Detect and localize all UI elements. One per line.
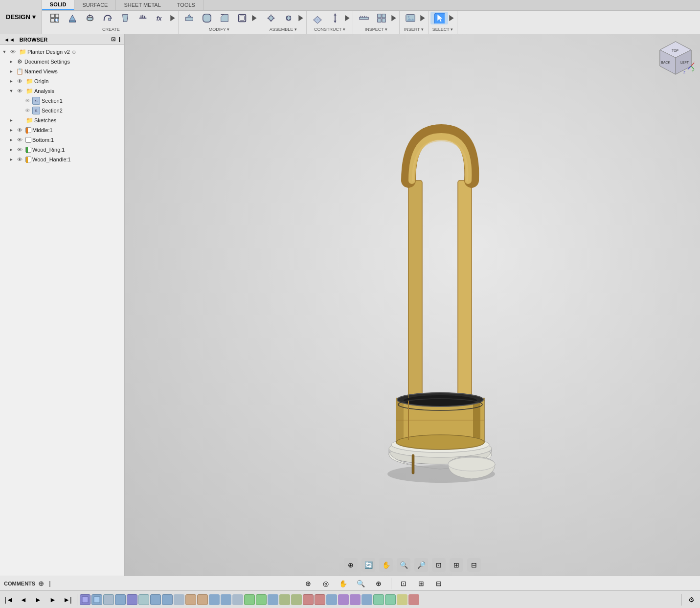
inspect2-btn[interactable]: [373, 12, 390, 24]
rib-btn[interactable]: [134, 12, 152, 24]
timeline-item[interactable]: [326, 594, 337, 605]
orbit-btn[interactable]: 🔄: [361, 558, 375, 572]
tree-root[interactable]: ▼ 👁 📁 Planter Design v2 ⊙: [0, 47, 124, 57]
select-tool-btn[interactable]: [430, 12, 448, 24]
timeline-item[interactable]: [127, 594, 137, 605]
pan-status-btn[interactable]: ✋: [337, 577, 350, 590]
tree-item-sketches[interactable]: ► 📁 Sketches: [0, 115, 124, 125]
timeline-item[interactable]: [408, 594, 419, 605]
browser-options-btn[interactable]: ⊡: [111, 36, 115, 42]
section2-eye-icon[interactable]: 👁: [23, 107, 31, 114]
timeline-item[interactable]: [115, 594, 126, 605]
timeline-item[interactable]: [256, 594, 267, 605]
timeline-item[interactable]: [244, 594, 255, 605]
timeline-settings-btn[interactable]: ⚙: [684, 593, 698, 607]
display-mode-status-btn[interactable]: ⊡: [397, 577, 410, 590]
design-button[interactable]: DESIGN ▾: [0, 0, 42, 34]
tab-sheet-metal[interactable]: SHEET METAL: [116, 0, 169, 10]
viewport[interactable]: TOP BACK LEFT X Y Z ⊕ 🔄 ✋ 🔍 🔎 ⊡ ⊞ ⊟: [125, 34, 700, 576]
view-settings-btn[interactable]: ⊟: [467, 558, 481, 572]
root-eye-icon[interactable]: 👁: [9, 48, 17, 56]
chamfer-btn[interactable]: [216, 12, 233, 24]
tab-solid[interactable]: SOLID: [42, 0, 75, 10]
timeline-item[interactable]: [80, 594, 90, 605]
tree-item-section1[interactable]: 👁 S Section1: [0, 96, 124, 106]
camera-btn[interactable]: ◎: [319, 577, 333, 590]
timeline-item[interactable]: [315, 594, 325, 605]
timeline-item[interactable]: [338, 594, 349, 605]
timeline-last-btn[interactable]: ►|: [61, 593, 74, 607]
timeline-item[interactable]: [91, 594, 102, 605]
wood-handle1-eye-icon[interactable]: 👁: [16, 156, 23, 163]
revolve-btn[interactable]: [81, 12, 99, 24]
tree-item-named-views[interactable]: ► 📋 Named Views: [0, 67, 124, 76]
bottom1-eye-icon[interactable]: 👁: [16, 136, 23, 144]
grid-status-btn[interactable]: ⊞: [414, 577, 428, 590]
extrude-btn[interactable]: [64, 12, 81, 24]
middle1-eye-icon[interactable]: 👁: [16, 126, 23, 134]
timeline-item[interactable]: [174, 594, 184, 605]
analysis-eye-icon[interactable]: 👁: [16, 87, 23, 95]
timeline-play-btn[interactable]: ►: [31, 593, 45, 607]
measure-btn[interactable]: [355, 12, 373, 24]
grid-btn[interactable]: ⊞: [450, 558, 463, 572]
timeline-item[interactable]: [350, 594, 361, 605]
fillet-btn[interactable]: [198, 12, 216, 24]
timeline-item[interactable]: [373, 594, 384, 605]
tree-item-section2[interactable]: 👁 S Section2: [0, 106, 124, 115]
sketches-eye-icon[interactable]: [16, 116, 23, 124]
timeline-next-btn[interactable]: ►: [46, 593, 60, 607]
wood-ring1-eye-icon[interactable]: 👁: [16, 146, 23, 154]
tree-item-middle1[interactable]: ► 👁 Middle:1: [0, 125, 124, 135]
timeline-item[interactable]: [361, 594, 372, 605]
zoom-btn[interactable]: 🔍: [397, 558, 410, 572]
joint-btn[interactable]: [262, 12, 280, 24]
insert-img-btn[interactable]: [402, 12, 419, 24]
fit-view-btn[interactable]: ⊕: [344, 558, 358, 572]
timeline-item[interactable]: [103, 594, 114, 605]
tree-item-origin[interactable]: ► 👁 📁 Origin: [0, 76, 124, 86]
inspect-more-btn[interactable]: [390, 13, 397, 23]
shell-btn[interactable]: [233, 12, 251, 24]
select-more-btn[interactable]: [448, 13, 455, 23]
view-cube-btn[interactable]: ⊟: [432, 577, 446, 590]
joint2-btn[interactable]: [280, 12, 297, 24]
loft-btn[interactable]: [116, 12, 134, 24]
root-options[interactable]: ⊙: [72, 49, 76, 55]
timeline-item[interactable]: [397, 594, 407, 605]
modify-more-btn[interactable]: [251, 13, 258, 23]
pan-btn[interactable]: ✋: [379, 558, 393, 572]
sweep-btn[interactable]: [99, 12, 116, 24]
timeline-item[interactable]: [232, 594, 243, 605]
more-zoom-btn[interactable]: ⊕: [372, 577, 385, 590]
zoom-status-btn[interactable]: 🔍: [354, 577, 368, 590]
comments-add-btn[interactable]: ⊕: [38, 580, 44, 587]
insert-more-btn[interactable]: [419, 13, 426, 23]
timeline-item[interactable]: [303, 594, 314, 605]
tree-item-wood-handle1[interactable]: ► 👁 Wood_Handle:1: [0, 155, 124, 164]
fit-all-btn[interactable]: ⊕: [301, 577, 315, 590]
timeline-item[interactable]: [150, 594, 161, 605]
browser-pin-btn[interactable]: |: [119, 36, 120, 42]
timeline-item[interactable]: [385, 594, 396, 605]
plane-btn[interactable]: [309, 12, 326, 24]
tree-item-doc-settings[interactable]: ► ⚙ Document Settings: [0, 57, 124, 67]
tree-item-wood-ring1[interactable]: ► 👁 Wood_Ring:1: [0, 145, 124, 155]
section1-eye-icon[interactable]: 👁: [23, 97, 31, 105]
tab-surface[interactable]: SURFACE: [74, 0, 116, 10]
construct-more-btn[interactable]: [344, 13, 351, 23]
timeline-item[interactable]: [209, 594, 220, 605]
timeline-item[interactable]: [221, 594, 231, 605]
timeline-item[interactable]: [138, 594, 149, 605]
timeline-item[interactable]: [268, 594, 278, 605]
tree-item-bottom1[interactable]: ► 👁 Bottom:1: [0, 135, 124, 145]
create-more-btn[interactable]: [169, 13, 176, 23]
timeline-item[interactable]: [279, 594, 290, 605]
tab-tools[interactable]: TOOLS: [169, 0, 203, 10]
nav-cube[interactable]: TOP BACK LEFT X Y Z: [656, 39, 695, 78]
assemble-more-btn[interactable]: [297, 13, 304, 23]
axis-btn[interactable]: [326, 12, 344, 24]
zoom-fit-btn[interactable]: 🔎: [414, 558, 428, 572]
collapse-browser-btn[interactable]: ◄◄: [4, 37, 15, 43]
timeline-item[interactable]: [291, 594, 302, 605]
